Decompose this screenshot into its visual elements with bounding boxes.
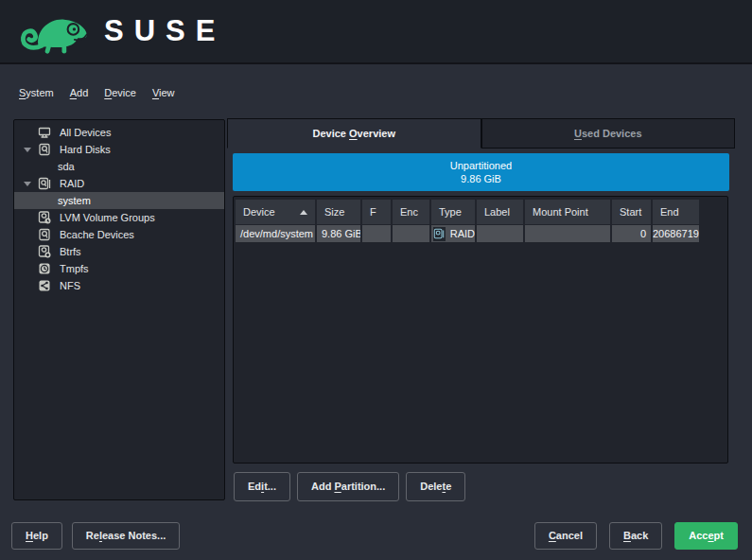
tree-item-sda[interactable]: sda (14, 158, 224, 175)
column-header-type[interactable]: Type (431, 200, 475, 224)
tree-label: Tmpfs (60, 263, 89, 274)
tree-label: NFS (60, 280, 80, 291)
tree-label: Bcache Devices (60, 229, 134, 240)
menu-add[interactable]: Add (70, 87, 89, 98)
tab-bar: Device Overview Used Devices (227, 118, 735, 149)
cancel-button[interactable]: Cancel (534, 522, 597, 550)
column-header-label[interactable]: Label (477, 200, 523, 224)
tree-label: Hard Disks (60, 144, 111, 155)
sort-ascending-icon (300, 210, 307, 215)
bcache-icon (35, 228, 54, 241)
menu-view[interactable]: View (152, 87, 175, 98)
add-partition-button[interactable]: Add Partition... (297, 472, 399, 501)
back-button[interactable]: Back (609, 522, 662, 550)
accept-button[interactable]: Accept (674, 522, 738, 550)
computer-icon (35, 126, 54, 139)
cell-f (362, 225, 391, 242)
column-header-start[interactable]: Start (612, 200, 651, 224)
cell-size: 9.86 GiB (317, 225, 360, 242)
column-header-mount-point[interactable]: Mount Point (525, 200, 610, 224)
tree-item-tmpfs[interactable]: Tmpfs (14, 260, 224, 277)
hard-disk-icon (35, 143, 54, 156)
tab-used-devices[interactable]: Used Devices (481, 118, 736, 149)
tree-item-nfs[interactable]: NFS (14, 277, 224, 294)
column-header-size[interactable]: Size (317, 200, 360, 224)
chameleon-icon (19, 9, 96, 54)
tab-device-overview[interactable]: Device Overview (227, 118, 481, 149)
tree-label: All Devices (60, 127, 111, 138)
device-tree-panel: All Devices Hard Disks sda RAID system L… (13, 119, 225, 500)
nfs-icon (35, 279, 54, 292)
menu-bar: System Add Device View (19, 87, 175, 98)
menu-device[interactable]: Device (104, 87, 136, 98)
table-actions: Edit... Add Partition... Delete (234, 472, 465, 501)
tree-label: LVM Volume Groups (60, 212, 155, 223)
tree-label: RAID (60, 178, 84, 189)
table-row[interactable]: /dev/md/system 9.86 GiB RAID 0 20686719 (236, 225, 727, 242)
table-header: Device Size F Enc Type Label Mount Point… (236, 200, 727, 224)
column-header-device[interactable]: Device (236, 200, 315, 224)
expand-arrow-icon[interactable] (20, 182, 35, 186)
lvm-icon (35, 211, 54, 224)
column-header-end[interactable]: End (653, 200, 699, 224)
menu-system[interactable]: System (19, 87, 54, 98)
tree-item-bcache-devices[interactable]: Bcache Devices (14, 226, 224, 243)
raid-device-icon (433, 227, 446, 241)
cell-end: 20686719 (653, 225, 699, 242)
cell-enc (393, 225, 429, 242)
brand-name: SUSE (104, 14, 225, 48)
region-label: Unpartitioned (233, 159, 729, 172)
tree-item-hard-disks[interactable]: Hard Disks (14, 141, 224, 158)
footer-right-buttons: Cancel Back Accept (534, 522, 738, 550)
partitions-table: Device Size F Enc Type Label Mount Point… (233, 196, 728, 464)
tree-item-raid[interactable]: RAID (14, 175, 224, 192)
tree-item-btrfs[interactable]: Btrfs (14, 243, 224, 260)
help-button[interactable]: Help (11, 522, 62, 550)
tree-label: system (58, 195, 91, 206)
tree-label: Btrfs (60, 246, 81, 257)
tree-item-system[interactable]: system (14, 192, 224, 209)
cell-start: 0 (612, 225, 651, 242)
top-brand-bar: SUSE (0, 0, 752, 64)
expand-arrow-icon[interactable] (20, 148, 35, 152)
cell-mount-point (525, 225, 610, 242)
unpartitioned-region-bar: Unpartitioned 9.86 GiB (233, 153, 729, 191)
cell-device: /dev/md/system (236, 225, 315, 242)
suse-logo: SUSE (19, 9, 225, 54)
cell-label (477, 225, 523, 242)
column-header-enc[interactable]: Enc (393, 200, 429, 224)
tree-item-all-devices[interactable]: All Devices (14, 124, 224, 141)
release-notes-button[interactable]: Release Notes... (72, 522, 180, 550)
edit-button[interactable]: Edit... (234, 472, 290, 501)
delete-button[interactable]: Delete (406, 472, 465, 501)
btrfs-icon (35, 245, 54, 258)
cell-type: RAID (431, 225, 475, 242)
region-size: 9.86 GiB (233, 172, 729, 185)
tmpfs-icon (35, 262, 54, 275)
raid-icon (35, 177, 54, 190)
tree-label: sda (58, 161, 75, 172)
tree-item-lvm-volume-groups[interactable]: LVM Volume Groups (14, 209, 224, 226)
column-header-f[interactable]: F (362, 200, 391, 224)
footer-left-buttons: Help Release Notes... (11, 522, 180, 550)
